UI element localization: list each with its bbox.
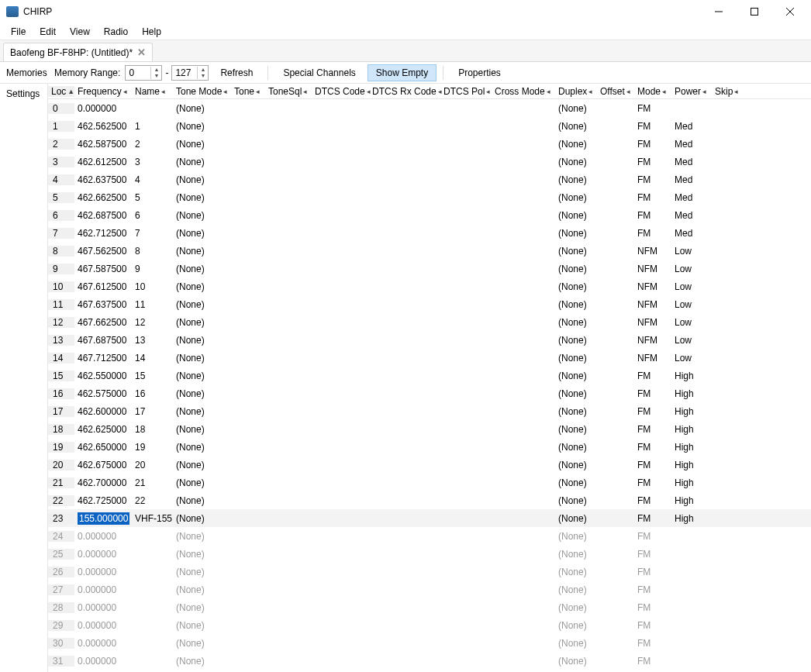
cell-tone-mode[interactable]: (None): [173, 246, 231, 257]
cell-power[interactable]: High: [671, 424, 712, 435]
cell-frequency[interactable]: 462.612500: [74, 157, 132, 167]
col-skip[interactable]: Skip◂: [712, 86, 749, 97]
cell-power[interactable]: Med: [671, 192, 712, 203]
cell-name[interactable]: 8: [132, 246, 173, 257]
cell-mode[interactable]: FM: [634, 513, 671, 524]
cell-tone-mode[interactable]: (None): [173, 567, 231, 577]
special-channels-button[interactable]: Special Channels: [274, 64, 364, 81]
cell-frequency[interactable]: 467.587500: [74, 264, 132, 274]
cell-loc[interactable]: 9: [48, 264, 74, 274]
cell-frequency[interactable]: 0.000000: [74, 531, 132, 542]
cell-mode[interactable]: FM: [634, 174, 671, 185]
cell-mode[interactable]: NFM: [634, 264, 671, 274]
cell-frequency[interactable]: 462.700000: [74, 477, 132, 488]
cell-mode[interactable]: FM: [634, 620, 671, 631]
table-row[interactable]: 14467.71250014(None)(None)NFMLow: [48, 349, 811, 367]
cell-tone-mode[interactable]: (None): [173, 460, 231, 470]
cell-loc[interactable]: 12: [48, 317, 74, 328]
cell-frequency[interactable]: 467.687500: [74, 335, 132, 346]
cell-power[interactable]: High: [671, 370, 712, 381]
table-row[interactable]: 00.000000(None)(None)FM: [48, 99, 811, 117]
show-empty-button[interactable]: Show Empty: [368, 64, 437, 81]
table-row[interactable]: 5462.6625005(None)(None)FMMed: [48, 188, 811, 206]
cell-loc[interactable]: 31: [48, 656, 74, 667]
cell-tone-mode[interactable]: (None): [173, 281, 231, 292]
cell-mode[interactable]: FM: [634, 638, 671, 649]
cell-duplex[interactable]: (None): [555, 210, 597, 221]
cell-loc[interactable]: 7: [48, 228, 74, 239]
cell-loc[interactable]: 19: [48, 442, 74, 453]
cell-loc[interactable]: 20: [48, 460, 74, 470]
cell-power[interactable]: Low: [671, 353, 712, 364]
spinner-arrows-icon[interactable]: ▲▼: [150, 67, 161, 79]
cell-mode[interactable]: FM: [634, 139, 671, 150]
cell-mode[interactable]: FM: [634, 549, 671, 560]
cell-mode[interactable]: FM: [634, 602, 671, 613]
cell-tone-mode[interactable]: (None): [173, 264, 231, 274]
cell-frequency[interactable]: 462.625000: [74, 424, 132, 435]
cell-frequency[interactable]: 467.562500: [74, 246, 132, 257]
table-row[interactable]: 20462.67500020(None)(None)FMHigh: [48, 456, 811, 474]
cell-loc[interactable]: 6: [48, 210, 74, 221]
cell-power[interactable]: Low: [671, 317, 712, 328]
cell-mode[interactable]: NFM: [634, 299, 671, 310]
cell-duplex[interactable]: (None): [555, 228, 597, 239]
cell-frequency[interactable]: 467.712500: [74, 353, 132, 364]
cell-frequency[interactable]: 155.000000: [74, 512, 132, 525]
cell-duplex[interactable]: (None): [555, 370, 597, 381]
table-row[interactable]: 7462.7125007(None)(None)FMMed: [48, 224, 811, 242]
cell-loc[interactable]: 26: [48, 567, 74, 577]
table-row[interactable]: 3462.6125003(None)(None)FMMed: [48, 153, 811, 171]
cell-mode[interactable]: FM: [634, 370, 671, 381]
cell-tone-mode[interactable]: (None): [173, 388, 231, 399]
cell-name[interactable]: 3: [132, 157, 173, 167]
cell-duplex[interactable]: (None): [555, 477, 597, 488]
table-row[interactable]: 270.000000(None)(None)FM: [48, 581, 811, 598]
cell-duplex[interactable]: (None): [555, 638, 597, 649]
table-row[interactable]: 310.000000(None)(None)FM: [48, 652, 811, 670]
cell-frequency[interactable]: 462.550000: [74, 370, 132, 381]
cell-frequency[interactable]: 0.000000: [74, 656, 132, 667]
cell-power[interactable]: Med: [671, 210, 712, 221]
cell-loc[interactable]: 18: [48, 424, 74, 435]
table-row[interactable]: 22462.72500022(None)(None)FMHigh: [48, 491, 811, 509]
cell-tone-mode[interactable]: (None): [173, 406, 231, 417]
col-dtcs-pol[interactable]: DTCS Pol◂: [440, 86, 492, 97]
cell-duplex[interactable]: (None): [555, 656, 597, 667]
range-to-input[interactable]: [172, 67, 197, 78]
cell-tone-mode[interactable]: (None): [173, 442, 231, 453]
cell-mode[interactable]: NFM: [634, 281, 671, 292]
cell-tone-mode[interactable]: (None): [173, 549, 231, 560]
col-name[interactable]: Name◂: [132, 86, 173, 97]
cell-tone-mode[interactable]: (None): [173, 370, 231, 381]
table-row[interactable]: 10467.61250010(None)(None)NFMLow: [48, 277, 811, 295]
cell-duplex[interactable]: (None): [555, 317, 597, 328]
table-row[interactable]: 11467.63750011(None)(None)NFMLow: [48, 295, 811, 313]
cell-tone-mode[interactable]: (None): [173, 317, 231, 328]
cell-power[interactable]: High: [671, 388, 712, 399]
sidebar-tab-memories[interactable]: Memories: [3, 66, 50, 80]
cell-mode[interactable]: FM: [634, 584, 671, 595]
cell-frequency[interactable]: 462.725000: [74, 495, 132, 506]
table-row[interactable]: 6462.6875006(None)(None)FMMed: [48, 206, 811, 224]
cell-mode[interactable]: FM: [634, 210, 671, 221]
cell-power[interactable]: Low: [671, 335, 712, 346]
cell-mode[interactable]: NFM: [634, 353, 671, 364]
cell-name[interactable]: 11: [132, 299, 173, 310]
cell-power[interactable]: Med: [671, 157, 712, 167]
cell-loc[interactable]: 23: [48, 513, 74, 524]
cell-tone-mode[interactable]: (None): [173, 424, 231, 435]
range-to-spinner[interactable]: ▲▼: [171, 65, 209, 81]
cell-name[interactable]: 21: [132, 477, 173, 488]
spinner-arrows-icon[interactable]: ▲▼: [197, 67, 208, 79]
cell-power[interactable]: High: [671, 460, 712, 470]
cell-loc[interactable]: 2: [48, 139, 74, 150]
cell-mode[interactable]: NFM: [634, 246, 671, 257]
cell-power[interactable]: Low: [671, 246, 712, 257]
cell-mode[interactable]: NFM: [634, 335, 671, 346]
cell-frequency[interactable]: 462.687500: [74, 210, 132, 221]
cell-mode[interactable]: FM: [634, 192, 671, 203]
cell-name[interactable]: 17: [132, 406, 173, 417]
cell-name[interactable]: 22: [132, 495, 173, 506]
cell-name[interactable]: 15: [132, 370, 173, 381]
